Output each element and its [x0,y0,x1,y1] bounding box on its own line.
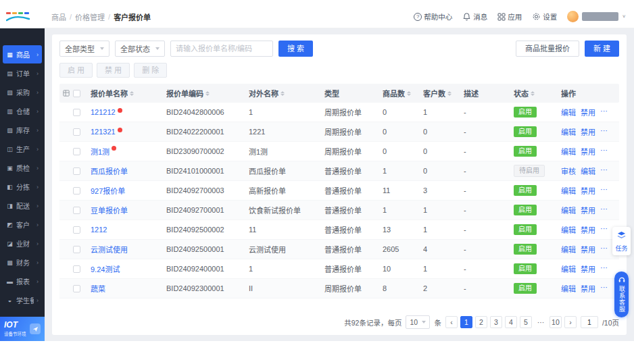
action-edit[interactable]: 编辑 [561,185,576,196]
sidebar-item-reports[interactable]: ▬报表› [3,272,42,290]
action-disable[interactable]: 禁用 [581,283,595,294]
more-actions-button[interactable]: ··· [600,283,608,294]
action-edit[interactable]: 编辑 [561,224,576,235]
sidebar-item-production[interactable]: ◫生产› [3,140,42,158]
sidebar-item-inventory[interactable]: ▨库存› [3,121,42,139]
page-button[interactable]: 10 [550,316,562,328]
delete-button[interactable]: 删 除 [134,63,167,78]
more-actions-button[interactable]: ··· [600,263,608,274]
more-actions-button[interactable]: ··· [600,165,608,176]
page-button[interactable]: 3 [490,316,502,328]
quote-name-link[interactable]: 测1测 [91,148,109,156]
sidebar-item-orders[interactable]: ▤订单› [3,64,42,82]
sidebar-item-student-meal[interactable]: ◒学生餐› [3,291,42,309]
messages-button[interactable]: 消息 [462,11,487,22]
help-center-button[interactable]: ? 帮助中心 [414,11,452,22]
page-button[interactable]: 2 [475,316,487,328]
action-edit[interactable]: 编辑 [581,165,595,176]
more-actions-button[interactable]: ··· [600,244,608,255]
page-button[interactable]: 4 [505,316,517,328]
action-edit[interactable]: 编辑 [561,263,576,274]
search-input[interactable] [170,41,273,57]
breadcrumb-item[interactable]: 商品 [51,11,66,22]
user-menu[interactable]: ∨ [567,11,626,22]
row-checkbox[interactable] [73,167,80,175]
page-button[interactable]: 1 [460,316,472,328]
action-edit[interactable]: 编辑 [561,107,576,118]
action-review[interactable]: 审核 [561,165,576,176]
row-checkbox[interactable] [73,226,80,234]
status-select[interactable]: 全部状态 [115,41,165,57]
customer-service-button[interactable]: 联系客服 [614,271,629,317]
page-size-select[interactable]: 10 [406,315,430,329]
more-actions-button[interactable]: ··· [600,185,608,196]
column-header-code[interactable]: 报价单编码 [166,88,249,99]
task-float-button[interactable]: 任务 [612,227,631,255]
column-header-name[interactable]: 报价单名称 [91,88,166,99]
action-edit[interactable]: 编辑 [561,283,576,294]
action-disable[interactable]: 禁用 [581,146,595,157]
action-edit[interactable]: 编辑 [561,244,576,255]
action-disable[interactable]: 禁用 [581,205,595,215]
more-actions-button[interactable]: ··· [600,205,608,215]
quote-name-link[interactable]: 9.24测试 [91,265,120,274]
quote-name-link[interactable]: 1212 [91,226,107,234]
column-header-external[interactable]: 对外名称 [249,88,324,99]
sidebar-item-delivery[interactable]: ◨配送› [3,197,42,215]
row-checkbox[interactable] [73,187,80,194]
sort-icon[interactable] [130,91,134,96]
sidebar-item-quality[interactable]: ▣质检› [3,159,42,177]
row-checkbox[interactable] [73,246,80,253]
breadcrumb-item[interactable]: 价格管理 [75,11,105,22]
sidebar-item-business-finance[interactable]: ◪业财› [3,234,42,253]
page-jump-input[interactable] [581,316,598,328]
sidebar-item-goods[interactable]: ▦商品› [3,45,42,63]
action-disable[interactable]: 禁用 [581,263,595,274]
row-checkbox[interactable] [73,265,80,273]
sort-icon[interactable] [447,91,452,96]
sidebar-item-finance[interactable]: ▩财务› [3,253,42,271]
sidebar-item-customers[interactable]: ◩客户› [3,215,42,234]
table-config-icon[interactable] [59,90,73,97]
more-actions-button[interactable]: ··· [600,107,608,118]
more-actions-button[interactable]: ··· [600,146,608,157]
sort-icon[interactable] [281,91,285,96]
quote-name-link[interactable]: 927报价单 [91,187,125,195]
row-checkbox[interactable] [73,109,80,116]
create-button[interactable]: 新 建 [585,41,619,57]
enable-button[interactable]: 启 用 [59,63,93,78]
sort-icon[interactable] [407,91,411,96]
prev-page-button[interactable]: ‹ [445,316,458,328]
action-edit[interactable]: 编辑 [561,205,576,215]
row-checkbox[interactable] [73,207,80,214]
quote-name-link[interactable]: 云测试使用 [91,246,128,254]
settings-button[interactable]: 设置 [532,11,557,22]
row-checkbox[interactable] [73,128,80,136]
batch-quote-button[interactable]: 商品批量报价 [516,41,579,57]
apps-button[interactable]: 应用 [497,11,522,22]
action-disable[interactable]: 禁用 [581,224,595,235]
disable-button[interactable]: 禁 用 [97,63,130,78]
more-actions-button[interactable]: ··· [600,126,608,137]
row-checkbox[interactable] [73,148,80,155]
action-disable[interactable]: 禁用 [581,185,595,196]
sort-icon[interactable] [531,91,535,96]
action-disable[interactable]: 禁用 [581,244,595,255]
quote-name-link[interactable]: 蔬菜 [91,285,105,293]
select-all-checkbox[interactable] [73,90,80,97]
sidebar-item-warehouse[interactable]: ▥仓储› [3,102,42,120]
next-page-button[interactable]: › [564,316,577,328]
quote-name-link[interactable]: 豆单报价单 [91,207,128,215]
action-edit[interactable]: 编辑 [561,126,576,137]
type-select[interactable]: 全部类型 [59,41,109,57]
row-checkbox[interactable] [73,285,80,292]
search-button[interactable]: 搜 索 [278,41,313,57]
action-edit[interactable]: 编辑 [561,146,576,157]
iot-banner[interactable]: IOT 设备节环境 [0,317,45,341]
action-disable[interactable]: 禁用 [581,126,595,137]
sidebar-item-purchase[interactable]: ▧采购› [3,83,42,101]
column-header-customers[interactable]: 客户数 [423,88,464,99]
page-button[interactable]: 5 [520,316,532,328]
more-actions-button[interactable]: ··· [600,224,608,235]
action-disable[interactable]: 禁用 [581,107,595,118]
